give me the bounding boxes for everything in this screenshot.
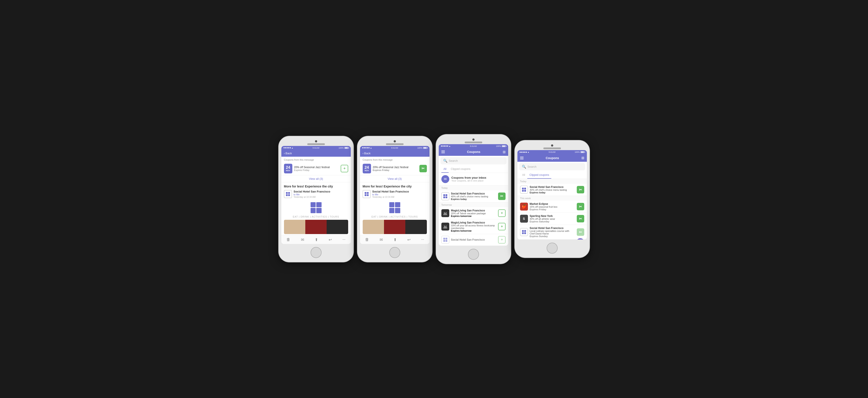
inbox-row-3[interactable]: ✉ Coupons from your inbox Your coupons, … <box>439 173 508 185</box>
message-to-2: to Me <box>372 193 427 196</box>
upload-icon-1[interactable]: ⬆ <box>313 237 320 243</box>
view-all-1[interactable]: View all (3) <box>281 175 351 182</box>
tab-all-3[interactable]: All <box>441 166 448 173</box>
coupon-add-btn-1[interactable]: ＋ <box>341 165 348 172</box>
to-me-2: to Me <box>372 193 378 196</box>
home-button-4[interactable] <box>547 243 558 254</box>
time-2: 9:41AM <box>391 147 398 149</box>
grid-icon-1 <box>286 192 290 196</box>
upload-icon-2[interactable]: ⬆ <box>392 237 399 243</box>
tab-clipped-4[interactable]: Clipped coupons <box>527 172 551 179</box>
search-icon-3: 🔍 <box>443 159 447 163</box>
search-bar-4[interactable]: 🔍 Search <box>519 163 585 170</box>
coupon-shsf-4[interactable]: Social Hotel San Francisco 40% off chef'… <box>518 184 587 196</box>
signal-1 <box>283 147 291 148</box>
delete-icon-1[interactable]: 🗑 <box>285 237 292 242</box>
coupon-clip-btn-2[interactable]: ✂ <box>420 165 427 172</box>
more-title-1: More for less! Experience the city <box>284 185 348 188</box>
battery-pct-4: 100% <box>575 151 580 153</box>
reply-icon-2[interactable]: ↩ <box>406 237 412 243</box>
coupon-list-icon-4[interactable]: ⊞ <box>581 156 584 160</box>
clip-btn-shsf-3[interactable]: ✂ <box>498 192 505 200</box>
tab-clipped-3[interactable]: Clipped coupons <box>448 166 472 173</box>
screen-1: ▲ 9:41AM 100% ‹ Back Coupons from this m… <box>281 146 351 244</box>
clip-btn-market-4[interactable]: ✂ <box>577 203 584 210</box>
camera-4 <box>551 144 553 147</box>
home-button-1[interactable] <box>311 247 321 258</box>
coupon-exp-market-4: Expires Friday <box>530 208 575 211</box>
search-bar-3[interactable]: 🔍 Search <box>440 157 506 164</box>
home-button-3[interactable] <box>468 249 479 260</box>
coupon-list-icon-3[interactable]: ⊞ <box>503 150 505 154</box>
coupon-shsf2-4[interactable]: Social Hotel San Francisco Local culinar… <box>518 225 587 240</box>
battery-bar-2 <box>423 147 427 149</box>
clip-btn-sperling-4[interactable]: ✂ <box>577 215 584 222</box>
food-panel-1 <box>284 220 305 234</box>
coupon-date-2: 24 NOV <box>363 164 371 174</box>
waveform-3 <box>443 211 447 215</box>
coupon-shsf2-3[interactable]: Social Hotel San Francisco ＋ <box>439 234 508 246</box>
coupon-market-4[interactable]: 🍎 Market Eclipse 15% off seasonal fruit … <box>518 201 587 213</box>
phone-top-1 <box>281 139 351 146</box>
phone-bottom-1 <box>281 244 351 259</box>
grid-icon-shsf2-3 <box>443 238 447 242</box>
coupon-magic2-3[interactable]: MagicLiving San Francisco 33% off your a… <box>439 219 508 234</box>
to-me-1: to Me <box>293 193 300 196</box>
coupon-brand-shsf-4: Social Hotel San Francisco <box>530 185 575 189</box>
more-section-2: More for less! Experience the city Socia… <box>360 182 430 201</box>
nav-title-3: Coupons <box>445 150 503 154</box>
back-button-1[interactable]: ‹ Back <box>284 152 292 155</box>
tab-all-4[interactable]: All <box>520 172 527 179</box>
delete-icon-2[interactable]: 🗑 <box>363 237 371 242</box>
home-button-2[interactable] <box>389 247 400 258</box>
clip-btn-shsf2-4[interactable]: ✂ <box>577 228 584 236</box>
tab-bar-3: All Clipped coupons <box>439 166 508 173</box>
camera-3 <box>472 139 474 141</box>
coupon-brand-magic1-3: MagicLiving San Francisco <box>451 209 496 212</box>
time-4: 9:41AM <box>549 151 555 153</box>
tab-bar-4: All Clipped coupons <box>518 172 587 179</box>
mail-icon-1[interactable]: ✉ <box>299 237 306 243</box>
more-icon-1[interactable]: ··· <box>341 237 347 242</box>
wifi-icon-2: ▲ <box>370 147 372 149</box>
back-button-2[interactable]: ‹ Back <box>363 152 371 155</box>
hamburger-icon-3[interactable] <box>441 151 445 153</box>
coupon-info-shsf2-3: Social Hotel San Francisco <box>451 238 496 241</box>
add-btn-shsf2-3[interactable]: ＋ <box>498 236 505 244</box>
coupon-sperling-4[interactable]: S Sperling New York 40% off all athletic… <box>518 213 587 225</box>
coupon-text-2: 20% off Seasonal Jazz festival Expires F… <box>373 166 417 172</box>
status-right-1: 100% <box>339 147 348 149</box>
coupon-info-shsf2-4: Social Hotel San Francisco Local culinar… <box>530 226 575 238</box>
message-time-2: Yesterday at 10:34 AM <box>372 196 427 198</box>
add-btn-magic1-3[interactable]: ＋ <box>498 209 505 217</box>
brand-name-2: Social Hotel San Francisco <box>372 190 427 193</box>
time-3: 9:41AM <box>470 145 477 147</box>
coupon-date-month-1: NOV <box>286 170 290 172</box>
wifi-icon-4: ▲ <box>528 151 529 153</box>
add-btn-magic2-3[interactable]: ＋ <box>498 223 505 230</box>
message-time-1: Yesterday at 10:34 AM <box>293 196 348 198</box>
coupon-magic1-3[interactable]: MagicLiving San Francisco 20% off Tahoe … <box>439 207 508 219</box>
big-grid-1 <box>311 202 321 213</box>
mail-icon-2[interactable]: ✉ <box>378 237 385 243</box>
coupon-date-month-2: NOV <box>365 170 369 172</box>
hamburger-icon-4[interactable] <box>520 157 524 159</box>
reply-icon-1[interactable]: ↩ <box>327 237 334 243</box>
speaker-1 <box>307 143 325 145</box>
message-row-2[interactable]: Social Hotel San Francisco to Me Yesterd… <box>363 190 427 198</box>
grid-icon-shsf2-4 <box>522 230 526 234</box>
clip-btn-shsf-4[interactable]: ✂ <box>577 186 584 193</box>
coupon-desc-shsf-3: 40% off chef's choice menu tasting <box>451 195 496 198</box>
view-all-2[interactable]: View all (3) <box>360 175 430 182</box>
signal-2 <box>362 147 370 148</box>
screen-4: ▲ 9:41AM 100% Coupons ⊞ 🔍 Search All Cli… <box>518 150 587 240</box>
more-icon-2[interactable]: ··· <box>420 237 426 242</box>
message-row-1[interactable]: Social Hotel San Francisco to Me Yesterd… <box>284 190 348 198</box>
avatar-shsf-3 <box>441 192 449 200</box>
coupon-shsf-3[interactable]: Social Hotel San Francisco 40% off chef'… <box>439 190 508 203</box>
food-panel-6 <box>405 220 427 234</box>
camera-2 <box>394 140 396 143</box>
inbox-title-3: Coupons from your inbox <box>452 176 487 179</box>
coupon-text-1: 20% off Seasonal Jazz festival Expires F… <box>294 166 339 172</box>
food-panel-3 <box>327 220 348 234</box>
